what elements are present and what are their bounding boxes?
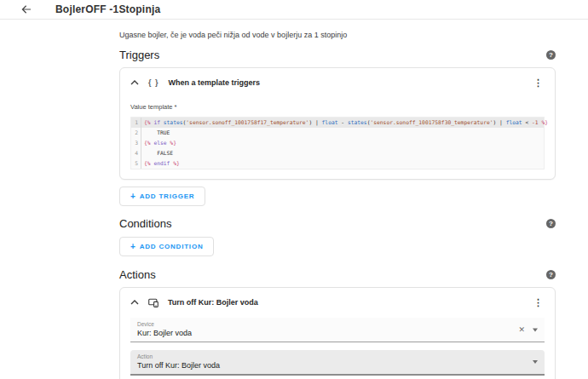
code-line: 4 FALSE — [131, 148, 544, 158]
devices-icon — [148, 298, 159, 307]
add-trigger-label: ADD TRIGGER — [140, 192, 195, 200]
device-field-value: Kur: Bojler voda — [137, 329, 538, 337]
actions-heading: Actions — [119, 268, 156, 281]
add-condition-button[interactable]: + ADD CONDITION — [119, 237, 214, 256]
action-field-label: Action — [137, 353, 538, 359]
dropdown-caret-icon[interactable] — [533, 328, 538, 331]
line-number: 4 — [131, 148, 141, 158]
automation-editor: Ugasne bojler, če je voda peči nižja od … — [0, 31, 588, 379]
code-line: 3{% else %} — [131, 138, 544, 148]
line-number: 1 — [131, 118, 141, 128]
action-card: Turn off Kur: Bojler voda ⋮ Device Kur: … — [119, 287, 556, 379]
line-number: 5 — [131, 158, 141, 169]
action-select-field[interactable]: Action Turn off Kur: Bojler voda — [130, 350, 545, 376]
add-trigger-button[interactable]: + ADD TRIGGER — [119, 187, 205, 206]
conditions-section-header: Conditions ? — [119, 217, 556, 230]
line-number: 3 — [131, 138, 141, 148]
value-template-editor[interactable]: 1{% if states('sensor.sonoff_1001758f17_… — [130, 117, 545, 169]
action-field-value: Turn off Kur: Bojler voda — [137, 361, 538, 370]
value-template-label: Value template * — [130, 103, 545, 111]
plus-icon: + — [130, 244, 136, 250]
code-line: 5{% endif %} — [131, 158, 544, 169]
device-field[interactable]: Device Kur: Bojler voda ✕ — [130, 318, 545, 342]
back-button[interactable] — [20, 3, 32, 15]
plus-icon: + — [130, 193, 136, 200]
triggers-heading: Triggers — [119, 49, 159, 61]
clear-icon[interactable]: ✕ — [518, 326, 525, 334]
trigger-overflow-menu-icon[interactable]: ⋮ — [532, 78, 545, 87]
dropdown-caret-icon[interactable] — [533, 360, 538, 364]
code-line: 1{% if states('sensor.sonoff_1001758f17_… — [131, 118, 544, 128]
arrow-left-icon — [21, 4, 32, 14]
collapse-chevron-icon[interactable] — [130, 78, 139, 87]
action-card-header: Turn off Kur: Bojler voda ⋮ — [130, 296, 545, 309]
collapse-chevron-icon[interactable] — [130, 298, 139, 307]
device-field-label: Device — [137, 321, 538, 327]
automation-description: Ugasne bojler, če je voda peči nižja od … — [119, 31, 556, 39]
action-overflow-menu-icon[interactable]: ⋮ — [532, 298, 545, 307]
actions-help-icon[interactable]: ? — [546, 270, 556, 279]
conditions-heading: Conditions — [119, 217, 171, 230]
actions-section-header: Actions ? — [119, 268, 556, 281]
trigger-card-header: { } When a template triggers ⋮ — [130, 76, 545, 89]
action-card-title: Turn off Kur: Bojler voda — [168, 298, 258, 307]
line-number: 2 — [131, 128, 141, 138]
page-title: BojlerOFF -1Stopinja — [55, 3, 160, 15]
add-condition-label: ADD CONDITION — [140, 243, 204, 250]
code-line: 2 TRUE — [131, 128, 544, 138]
trigger-card-title: When a template triggers — [169, 78, 261, 87]
app-header: BojlerOFF -1Stopinja — [0, 0, 588, 20]
triggers-help-icon[interactable]: ? — [546, 50, 556, 60]
triggers-section-header: Triggers ? — [119, 49, 556, 61]
conditions-help-icon[interactable]: ? — [546, 219, 556, 228]
trigger-card: { } When a template triggers ⋮ Value tem… — [119, 67, 556, 180]
template-trigger-icon: { } — [148, 78, 159, 87]
